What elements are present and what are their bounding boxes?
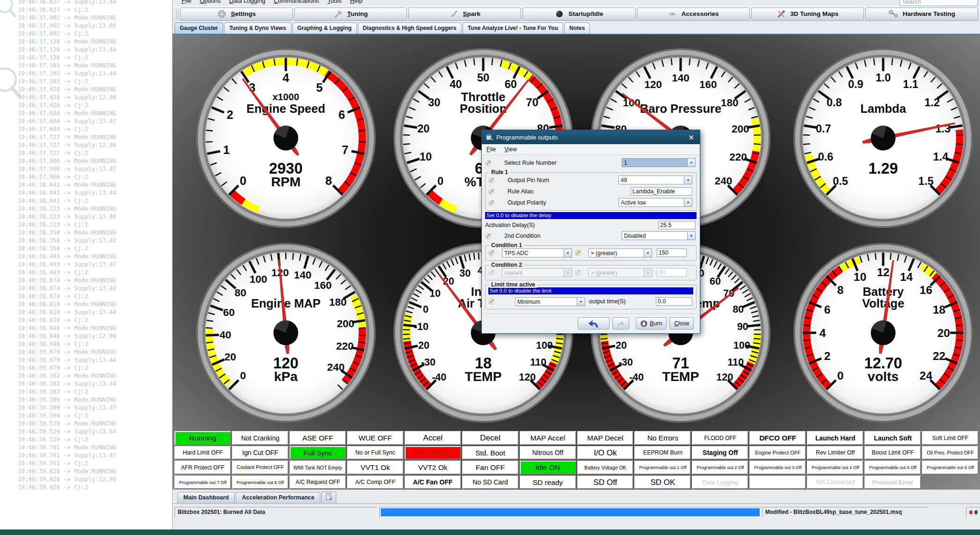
chevron-down-icon[interactable]: ▼ xyxy=(684,176,692,184)
chevron-down-icon[interactable]: ▼ xyxy=(577,298,585,306)
close-button[interactable]: Close xyxy=(669,317,694,330)
activation-delay-input[interactable] xyxy=(658,221,696,229)
burn-button[interactable]: Burn xyxy=(636,317,667,330)
activation-delay-row: Activation Delay(S) xyxy=(485,220,697,230)
log-line: 19:46:38.358 -> Supply:13.42 xyxy=(18,236,116,244)
tab-tuning-dyno-views[interactable]: Tuning & Dyno Views xyxy=(224,22,291,34)
svg-text:1: 1 xyxy=(223,143,230,156)
select-rule-combo[interactable]: 1▼ xyxy=(622,158,696,167)
tab-tune-analyze-live-tune-for-you[interactable]: Tune Analyze Live! - Tune For You xyxy=(463,22,563,34)
svg-text:110: 110 xyxy=(727,356,744,368)
svg-text:180: 180 xyxy=(721,97,739,109)
svg-text:140: 140 xyxy=(294,269,312,281)
dashboard-tab-main-dashboard[interactable]: Main Dashboard xyxy=(177,492,235,503)
output-time-input[interactable] xyxy=(656,297,692,306)
toolbar-3d-tuning-maps-button[interactable]: 3D Tuning Maps xyxy=(751,7,864,21)
limit-mode-combo[interactable]: Minimum▼ xyxy=(515,297,585,306)
rule-alias-input[interactable] xyxy=(631,187,692,196)
status-a-c-request-off: A/C Request OFF xyxy=(290,476,346,490)
status-map-accel: MAP Accel xyxy=(520,431,576,445)
log-line: 19:46:37.002 -> Mode:RUNNING xyxy=(18,14,116,22)
svg-text:200: 200 xyxy=(732,123,749,135)
log-line: 19:46:37.604 -> Supply:13.47 xyxy=(18,117,116,125)
log-line: 19:46:39.828 -> Supply:12.98 xyxy=(18,475,116,483)
edit-icon[interactable] xyxy=(488,188,495,195)
search-input[interactable] xyxy=(900,0,978,6)
undo-button[interactable] xyxy=(578,317,610,330)
chevron-down-icon[interactable]: ▼ xyxy=(644,249,652,257)
log-line: 19:46:37.303 -> Supply:13.44 xyxy=(18,69,116,77)
condition-1-value-input[interactable] xyxy=(657,249,687,257)
close-icon[interactable]: ✕ xyxy=(687,134,696,141)
toolbar-drag-handle[interactable] xyxy=(175,8,179,20)
menu-tools[interactable]: Tools xyxy=(324,0,345,4)
output-pin-combo[interactable]: 49▼ xyxy=(618,176,692,184)
dashboard-tab-acceleration-performance[interactable]: Acceleration Performance xyxy=(236,492,320,503)
svg-text:22: 22 xyxy=(933,350,945,362)
toolbar-label: Settings xyxy=(231,10,255,17)
select-rule-row: Select Rule Number 1▼ xyxy=(485,157,697,168)
log-line: 19:46:37.906 -> Mode:RUNNING xyxy=(18,157,116,165)
chevron-down-icon[interactable]: ▼ xyxy=(687,159,695,167)
tab-graphing-logging[interactable]: Graphing & Logging xyxy=(292,22,357,34)
tab-diagnostics-high-speed-loggers[interactable]: Diagnostics & High Speed Loggers xyxy=(358,22,462,34)
redo-button[interactable] xyxy=(612,317,629,330)
chevron-down-icon[interactable]: ▼ xyxy=(687,232,695,240)
limit-info-bar: Set 0.0 to disable the limit xyxy=(488,287,693,294)
svg-text:110: 110 xyxy=(530,356,546,368)
toolbar-startup-idle-button[interactable]: Startup/Idle xyxy=(523,7,635,21)
svg-text:60: 60 xyxy=(505,78,517,90)
svg-text:200: 200 xyxy=(337,318,355,330)
chevron-down-icon: ▼ xyxy=(564,269,572,277)
status-reset-lock-off: Reset Lock OFF xyxy=(405,446,461,460)
condition-1-channel-combo[interactable]: TPS ADC▼ xyxy=(502,249,572,257)
tab-notes[interactable]: Notes xyxy=(564,22,590,34)
status-a-c-comp-off: A/C Comp OFF xyxy=(347,476,404,490)
menu-data-logging[interactable]: Data Logging xyxy=(226,0,269,4)
condition-1-operator-combo[interactable]: > (greater)▼ xyxy=(588,249,652,257)
output-polarity-combo[interactable]: Active low▼ xyxy=(618,198,692,207)
log-line: 19:46:37.128 -> Supply:13.44 xyxy=(18,45,116,53)
edit-icon[interactable] xyxy=(488,249,495,256)
dialog-button-bar: Burn Close xyxy=(485,314,697,330)
chevron-down-icon[interactable]: ▼ xyxy=(564,249,572,257)
svg-text:120: 120 xyxy=(644,79,662,90)
menu-help[interactable]: Help xyxy=(347,0,366,4)
toolbar-spark-button[interactable]: Spark xyxy=(408,7,521,21)
edit-icon[interactable] xyxy=(488,298,495,305)
menu-communications[interactable]: Communications xyxy=(270,0,322,4)
dialog-body: Select Rule Number 1▼ Rule 1 Output Pin … xyxy=(482,155,700,330)
menu-options[interactable]: Options xyxy=(196,0,224,4)
menu-file[interactable]: File xyxy=(178,0,195,4)
status-sd-ok: SD OK xyxy=(634,476,691,490)
toolbar-hardware-testing-button[interactable]: Hardware Testing xyxy=(865,7,978,21)
toolbar-accessories-button[interactable]: Accessories xyxy=(637,7,750,21)
log-line: 19:46:39.399 -> Cj:2 xyxy=(18,411,116,419)
status-map-decel: MAP Decel xyxy=(577,431,634,445)
svg-text:1.5: 1.5 xyxy=(918,175,934,187)
dialog-menu-view[interactable]: View xyxy=(504,146,517,153)
spark-plug-icon xyxy=(450,9,459,19)
svg-text:5: 5 xyxy=(316,81,323,94)
toolbar-tuning-button[interactable]: Tuning xyxy=(294,7,407,21)
startup-idle-icon xyxy=(555,9,564,19)
log-line: 19:46:39.079 -> Cj:2 xyxy=(18,364,116,372)
log-line: 19:46:36.827 -> Cj:2 xyxy=(18,6,116,14)
edit-icon[interactable] xyxy=(488,199,495,206)
serial-log-panel[interactable]: 19:46:36.827 -> Supply:13.4419:46:36.827… xyxy=(0,0,172,529)
log-line: 19:46:38.946 -> Supply:12.98 xyxy=(18,332,116,340)
edit-icon[interactable] xyxy=(488,177,495,183)
condition-2-value-input xyxy=(657,268,687,277)
second-condition-combo[interactable]: Disabled▼ xyxy=(622,231,696,240)
status-eeprom-burn: EEPROM Burn xyxy=(634,446,691,460)
tab-gauge-cluster[interactable]: Gauge Cluster xyxy=(174,22,223,34)
edit-icon[interactable] xyxy=(485,233,492,239)
chevron-down-icon[interactable]: ▼ xyxy=(684,198,692,206)
new-dashboard-tab[interactable] xyxy=(321,491,336,503)
dialog-menu-file[interactable]: File xyxy=(486,146,496,153)
toolbar-settings-button[interactable]: Settings xyxy=(180,7,293,21)
dialog-titlebar[interactable]: Programmable outputs ✕ xyxy=(482,130,700,144)
edit-icon[interactable] xyxy=(575,249,582,256)
magnifier-icon[interactable] xyxy=(0,0,19,20)
edit-icon[interactable] xyxy=(485,160,492,166)
